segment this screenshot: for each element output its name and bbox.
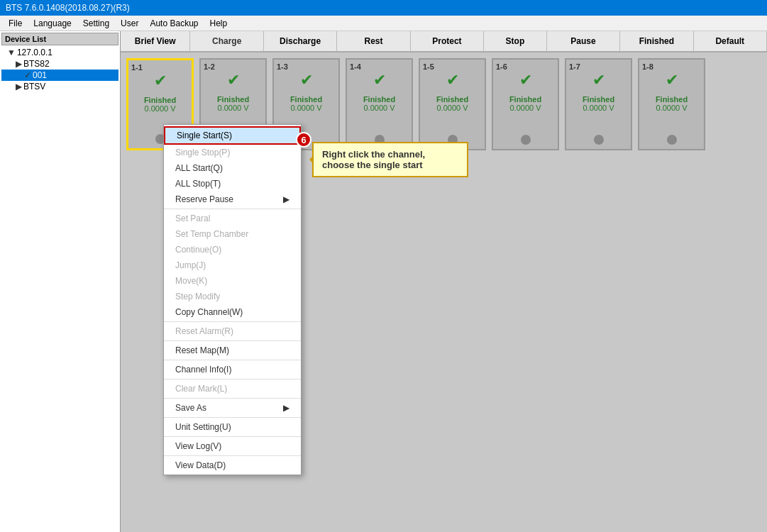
channel-card-1-4[interactable]: 1-4 ✔ Finished 0.0000 V <box>346 58 413 150</box>
ctx-clear-mark: Clear Mark(L) <box>164 381 301 397</box>
sidebar-item-bts82[interactable]: ▶ BTS82 <box>1 58 118 70</box>
ctx-set-temp: Set Temp Chamber <box>164 226 301 242</box>
channel-card-1-8[interactable]: 1-8 ✔ Finished 0.0000 V <box>638 58 705 150</box>
separator-9 <box>164 455 301 456</box>
separator-6 <box>164 398 301 399</box>
ctx-step-modify: Step Modify <box>164 289 301 304</box>
channel-status-1-7: Finished <box>583 95 614 104</box>
save-arrow-icon: ▶ <box>283 403 289 413</box>
channel-value-1-4: 0.0000 V <box>363 104 394 112</box>
channel-value-1-2: 0.0000 V <box>217 104 248 112</box>
arrow-icon-bts82: ▶ <box>16 59 22 69</box>
header-brief: Brief View <box>121 31 190 51</box>
separator-3 <box>164 340 301 341</box>
arrow-icon-btsv: ▶ <box>16 82 22 92</box>
channel-value-1-8: 0.0000 V <box>656 104 687 112</box>
ctx-set-paral: Set Paral <box>164 211 301 226</box>
status-icon-1-1: ✔ <box>154 72 167 90</box>
channel-id-1-1: 1-1 <box>131 63 143 72</box>
channel-value-1-1: 0.0000 V <box>144 104 175 113</box>
header-pause: Pause <box>547 31 620 51</box>
header-charge: Charge <box>190 31 263 51</box>
header-finished: Finished <box>620 31 693 51</box>
arrow-icon: ▼ <box>7 48 16 57</box>
column-headers: Brief View Charge Discharge Rest Protect… <box>121 31 767 52</box>
sidebar-item-001[interactable]: ✓ 001 <box>1 70 118 81</box>
separator-5 <box>164 379 301 379</box>
status-icon-1-3: ✔ <box>300 71 313 89</box>
channel-status-1-6: Finished <box>509 95 541 104</box>
channel-status-1-3: Finished <box>290 95 322 104</box>
menu-autobackup[interactable]: Auto Backup <box>144 17 204 30</box>
ctx-view-data[interactable]: View Data(D) <box>164 458 301 473</box>
channel-card-1-6[interactable]: 1-6 ✔ Finished 0.0000 V <box>492 58 559 150</box>
separator-2 <box>164 321 301 322</box>
channel-value-1-3: 0.0000 V <box>290 104 321 112</box>
channel-status-1-2: Finished <box>217 95 249 104</box>
status-icon-1-8: ✔ <box>666 71 678 89</box>
header-default: Default <box>694 31 767 51</box>
callout-tooltip: Right click the channel, choose the sing… <box>312 142 468 177</box>
channel-value-1-7: 0.0000 V <box>583 104 614 112</box>
sidebar-item-ip[interactable]: ▼ 127.0.0.1 <box>1 47 118 58</box>
title-text: BTS 7.6.0.1408(2018.08.27)(R3) <box>6 3 130 13</box>
channel-dot-1-8 <box>667 135 677 145</box>
ctx-all-start[interactable]: ALL Start(Q) <box>164 160 301 176</box>
channel-id-1-8: 1-8 <box>642 62 653 71</box>
submenu-arrow-icon: ▶ <box>283 194 289 204</box>
context-menu: Single Start(S) Single Stop(P) ALL Start… <box>163 124 302 475</box>
menu-language[interactable]: Language <box>28 17 77 30</box>
sidebar: Device List ▼ 127.0.0.1 ▶ BTS82 ✓ 001 ▶ … <box>0 31 121 532</box>
status-icon-1-2: ✔ <box>227 71 240 89</box>
ctx-reset-map[interactable]: Reset Map(M) <box>164 343 301 358</box>
channel-status-1-5: Finished <box>436 95 468 104</box>
menu-setting[interactable]: Setting <box>77 17 115 30</box>
ctx-channel-info[interactable]: Channel Info(I) <box>164 362 301 377</box>
menu-help[interactable]: Help <box>204 17 233 30</box>
check-icon-001: ✓ <box>24 70 31 80</box>
channel-dot-1-6 <box>521 135 531 145</box>
header-stop: Stop <box>484 31 547 51</box>
channel-id-1-5: 1-5 <box>423 62 434 71</box>
channel-status-1-4: Finished <box>363 95 395 104</box>
channel-id-1-6: 1-6 <box>496 62 507 71</box>
ctx-reserve-pause[interactable]: Reserve Pause ▶ <box>164 192 301 207</box>
channel-id-1-4: 1-4 <box>350 62 361 71</box>
sidebar-item-btsv[interactable]: ▶ BTSV <box>1 81 118 92</box>
channel-id-1-7: 1-7 <box>569 62 580 71</box>
channel-card-1-5[interactable]: 1-5 ✔ Finished 0.0000 V <box>419 58 486 150</box>
separator-7 <box>164 417 301 418</box>
menu-file[interactable]: File <box>3 17 28 30</box>
ctx-move: Move(K) <box>164 273 301 289</box>
status-icon-1-4: ✔ <box>373 71 386 89</box>
menu-user[interactable]: User <box>115 17 144 30</box>
step-badge: 6 <box>296 132 311 148</box>
separator-8 <box>164 436 301 437</box>
channel-status-1-1: Finished <box>144 96 176 104</box>
header-discharge: Discharge <box>264 31 337 51</box>
ctx-single-start[interactable]: Single Start(S) <box>164 126 301 145</box>
status-icon-1-5: ✔ <box>446 71 459 89</box>
status-icon-1-6: ✔ <box>519 71 532 89</box>
ctx-save-as[interactable]: Save As ▶ <box>164 400 301 416</box>
separator-1 <box>164 209 301 209</box>
ctx-all-stop[interactable]: ALL Stop(T) <box>164 176 301 192</box>
sidebar-title: Device List <box>1 33 118 45</box>
channel-id-1-3: 1-3 <box>277 62 288 71</box>
separator-4 <box>164 360 301 360</box>
header-rest: Rest <box>337 31 410 51</box>
ctx-unit-setting[interactable]: Unit Setting(U) <box>164 419 301 435</box>
ctx-continue: Continue(O) <box>164 242 301 257</box>
ctx-view-log[interactable]: View Log(V) <box>164 438 301 454</box>
ctx-single-stop: Single Stop(P) <box>164 145 301 160</box>
channel-id-1-2: 1-2 <box>204 62 215 71</box>
channel-status-1-8: Finished <box>656 95 688 104</box>
ctx-reset-alarm: Reset Alarm(R) <box>164 323 301 339</box>
menu-bar: File Language Setting User Auto Backup H… <box>0 16 767 31</box>
channel-dot-1-7 <box>594 135 604 145</box>
channel-card-1-7[interactable]: 1-7 ✔ Finished 0.0000 V <box>565 58 632 150</box>
title-bar: BTS 7.6.0.1408(2018.08.27)(R3) <box>0 0 767 16</box>
ctx-jump: Jump(J) <box>164 257 301 273</box>
ctx-copy-channel[interactable]: Copy Channel(W) <box>164 304 301 320</box>
channel-value-1-5: 0.0000 V <box>436 104 468 112</box>
